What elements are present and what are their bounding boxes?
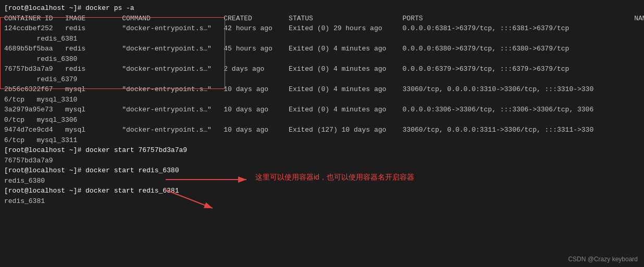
annotation-arrow-2 <box>160 187 223 213</box>
output-line-4: redis_6381 <box>4 196 640 207</box>
table-row: 3a2979a95e73 mysql "docker-entrypoint.s…… <box>4 105 640 115</box>
table-header: CONTAINER ID IMAGE COMMAND CREATED STATU… <box>4 14 640 24</box>
command-line-2: [root@localhost ~]# docker start 76757bd… <box>4 145 640 156</box>
table-row-name: redis_6379 <box>4 74 640 85</box>
table-row: 4689b5bf5baa redis "docker-entrypoint.s…… <box>4 44 640 54</box>
table-row: 124ccdbef252 redis "docker-entrypoint.s…… <box>4 23 640 34</box>
table-row-name: redis_6381 <box>4 34 640 44</box>
table-row: 9474d7ce9cd4 mysql "docker-entrypoint.s…… <box>4 125 640 135</box>
terminal-window: [root@localhost ~]# docker ps -a CONTAIN… <box>0 0 644 267</box>
table-row-name: redis_6380 <box>4 54 640 65</box>
command-line-1: [root@localhost ~]# docker ps -a <box>4 3 640 14</box>
table-row: 2b56c6322f67 mysql "docker-entrypoint.s…… <box>4 84 640 95</box>
table-row-name: 0/tcp mysql_3306 <box>4 115 640 125</box>
table-row: 76757bd3a7a9 redis "docker-entrypoint.s…… <box>4 64 640 74</box>
table-row-name: 6/tcp mysql_3311 <box>4 135 640 146</box>
output-line-2: 76757bd3a7a9 <box>4 156 640 166</box>
svg-line-3 <box>166 190 213 208</box>
watermark: CSDN @Crazy keyboard <box>568 256 638 263</box>
annotation-text: 这里可以使用容器id，也可以使用容器名开启容器 <box>255 173 414 182</box>
command-line-4: [root@localhost ~]# docker start redis_6… <box>4 186 640 196</box>
table-row-name: 6/tcp mysql_3310 <box>4 95 640 105</box>
